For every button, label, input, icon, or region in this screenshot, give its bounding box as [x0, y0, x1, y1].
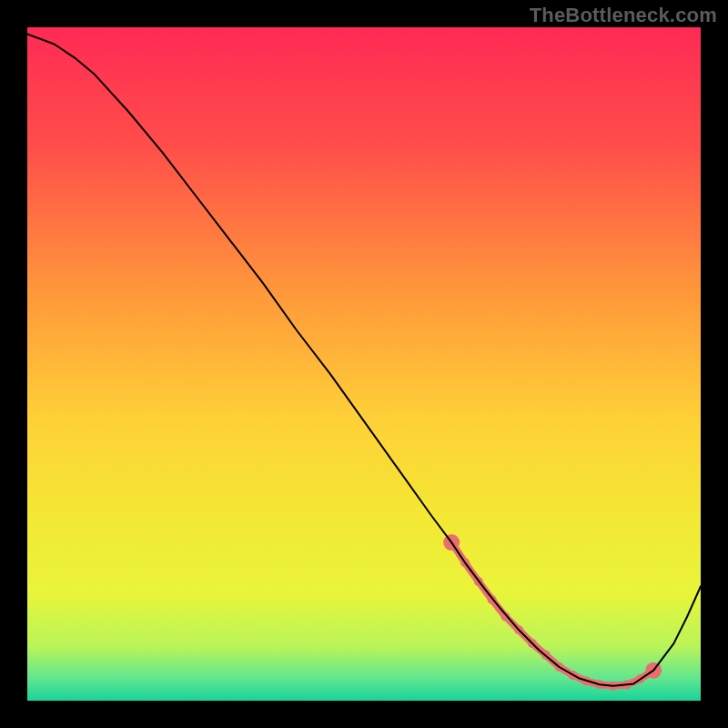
- plot-area: [27, 27, 701, 701]
- watermark-text: TheBottleneck.com: [530, 4, 717, 27]
- chart-container: TheBottleneck.com: [0, 0, 728, 728]
- chart-svg: [27, 27, 701, 701]
- chart-background: [27, 27, 701, 701]
